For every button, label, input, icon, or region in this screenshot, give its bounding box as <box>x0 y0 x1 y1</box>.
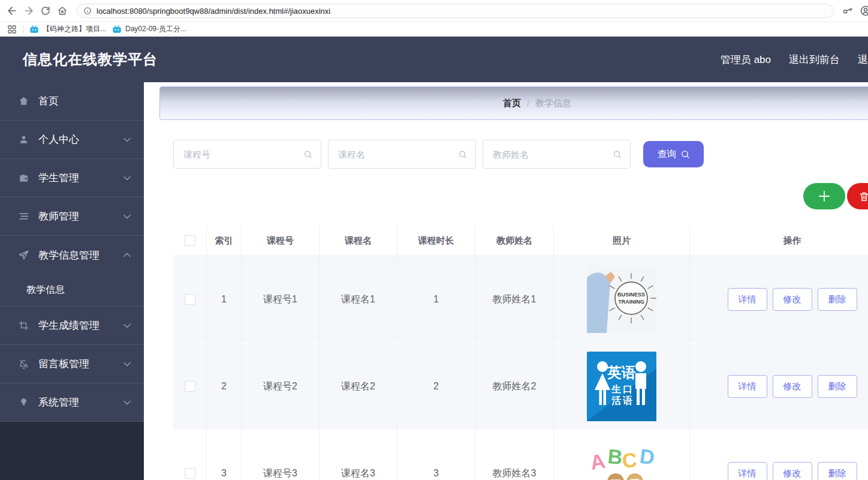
detail-button[interactable]: 详情 <box>728 375 767 398</box>
bookmark-1[interactable]: 【码神之路】项目... <box>29 24 106 34</box>
row-actions: 详情 修改 删除 <box>728 375 857 398</box>
bookmark-label: 【码神之路】项目... <box>43 24 106 34</box>
bookmark-label: Day02-09-员工分... <box>125 24 186 34</box>
detail-button[interactable]: 详情 <box>728 288 767 311</box>
edit-button[interactable]: 修改 <box>773 375 812 398</box>
svg-text:生: 生 <box>611 384 621 394</box>
row-actions: 详情 修改 删除 <box>728 288 857 311</box>
cell-course-no: 课程号1 <box>242 256 320 343</box>
breadcrumb-home[interactable]: 首页 <box>503 98 521 109</box>
chevron-down-icon <box>123 176 131 181</box>
key-icon[interactable] <box>842 5 854 17</box>
row-actions: 详情 修改 删除 <box>728 462 857 480</box>
sidebar-filler <box>0 422 144 480</box>
cell-course-no: 课程号2 <box>242 343 320 430</box>
header-right: 管理员 abo 退出到前台 退 <box>721 53 868 67</box>
breadcrumb: 首页 / 教学信息 <box>159 86 868 120</box>
teacher-name-input[interactable] <box>492 149 613 160</box>
edit-button[interactable]: 修改 <box>773 288 812 311</box>
svg-text:语: 语 <box>622 395 632 406</box>
sidebar-item-label: 教学信息管理 <box>38 248 100 262</box>
exit-to-front-link[interactable]: 退出到前台 <box>789 53 840 67</box>
wallet-icon <box>18 172 29 184</box>
screen: localhost:8080/springboot9qw88/admin/dis… <box>0 0 868 480</box>
query-button[interactable]: 查询 <box>643 141 704 167</box>
row-checkbox[interactable] <box>185 468 195 479</box>
edit-button[interactable]: 修改 <box>773 462 812 480</box>
course-name-input[interactable] <box>337 149 459 160</box>
sidebar-item-message-board-mgmt[interactable]: 留言板管理 <box>0 345 144 383</box>
user-icon <box>18 134 29 145</box>
sidebar-item-home[interactable]: 首页 <box>0 82 144 121</box>
chevron-down-icon <box>123 362 131 367</box>
sidebar-item-system-mgmt[interactable]: 系统管理 <box>0 383 144 422</box>
select-all-checkbox[interactable] <box>185 235 195 246</box>
cell-course-name: 课程名3 <box>320 430 397 480</box>
search-row: 查询 <box>173 140 704 169</box>
back-icon[interactable] <box>4 2 20 19</box>
table-row: 1 课程号1 课程名1 1 教师姓名1 <box>173 256 868 343</box>
apps-grid-icon[interactable] <box>7 25 17 34</box>
profile-icon[interactable] <box>860 5 868 17</box>
cell-teacher: 教师姓名3 <box>475 430 554 480</box>
home-icon[interactable] <box>54 2 71 19</box>
svg-text:D: D <box>638 445 656 469</box>
forward-icon[interactable] <box>20 2 37 19</box>
search-icon <box>459 150 467 159</box>
cell-duration: 2 <box>397 343 475 430</box>
sidebar-subitem-teaching-info[interactable]: 教学信息 <box>0 274 144 307</box>
bookmark-2[interactable]: Day02-09-员工分... <box>112 24 186 34</box>
row-checkbox[interactable] <box>185 294 195 305</box>
sidebar-item-teaching-info-mgmt[interactable]: 教学信息管理 <box>0 236 144 274</box>
svg-text:英语: 英语 <box>607 364 636 380</box>
admin-user-link[interactable]: 管理员 abo <box>721 53 771 67</box>
chevron-down-icon <box>123 400 131 405</box>
trash-icon <box>858 191 868 202</box>
sidebar-item-label: 系统管理 <box>38 395 79 409</box>
row-checkbox[interactable] <box>185 381 195 392</box>
sidebar-item-label: 留言板管理 <box>38 357 89 371</box>
sidebar-subitem-label: 教学信息 <box>26 284 65 296</box>
info-icon <box>83 7 92 15</box>
plus-icon <box>817 189 831 203</box>
course-photo-business-training: BUSINESS TRAINING <box>587 266 656 333</box>
sidebar-item-label: 学生成绩管理 <box>38 319 100 332</box>
browser-right-icons <box>842 5 868 17</box>
url-bar[interactable]: localhost:8080/springboot9qw88/admin/dis… <box>77 4 834 18</box>
course-name-field <box>328 140 476 169</box>
svg-text:TRAINING: TRAINING <box>618 299 644 305</box>
app-header: 信息化在线教学平台 管理员 abo 退出到前台 退 <box>0 37 868 82</box>
chevron-down-icon <box>123 323 131 328</box>
col-header-actions: 操作 <box>690 226 868 256</box>
cell-duration: 3 <box>397 430 475 480</box>
detail-button[interactable]: 详情 <box>728 462 767 480</box>
table-row: 3 课程号3 课程名3 3 教师姓名3 A B C D <box>173 430 868 480</box>
batch-delete-button[interactable] <box>847 183 868 209</box>
cell-course-no: 课程号3 <box>242 430 320 480</box>
teacher-name-field <box>483 140 631 169</box>
delete-button[interactable]: 删除 <box>818 288 857 311</box>
delete-button[interactable]: 删除 <box>818 375 857 398</box>
cell-course-name: 课程名1 <box>320 256 397 343</box>
list-icon <box>18 211 29 222</box>
course-no-input[interactable] <box>182 149 304 160</box>
chevron-down-icon <box>123 137 131 142</box>
sidebar: 首页 个人中心 学生管理 教师管理 <box>0 82 144 480</box>
sidebar-item-personal-center[interactable]: 个人中心 <box>0 121 144 159</box>
cell-index: 1 <box>207 256 242 343</box>
bilibili-icon <box>112 25 122 34</box>
chevron-down-icon <box>123 214 131 219</box>
refresh-icon[interactable] <box>37 2 54 19</box>
add-button[interactable] <box>803 183 845 209</box>
sidebar-item-student-mgmt[interactable]: 学生管理 <box>0 159 144 197</box>
sidebar-item-label: 学生管理 <box>38 171 79 185</box>
breadcrumb-separator: / <box>527 98 529 109</box>
logout-link[interactable]: 退 <box>858 53 868 67</box>
sidebar-item-student-score-mgmt[interactable]: 学生成绩管理 <box>0 307 144 345</box>
cell-index: 3 <box>207 430 242 480</box>
delete-button[interactable]: 删除 <box>818 462 857 480</box>
sidebar-item-teacher-mgmt[interactable]: 教师管理 <box>0 197 144 236</box>
svg-text:B: B <box>607 445 623 469</box>
teaching-info-table: 索引 课程号 课程名 课程时长 教师姓名 照片 操作 1 课程号1 课程名1 1… <box>173 226 868 480</box>
svg-text:BUSINESS: BUSINESS <box>617 292 645 298</box>
